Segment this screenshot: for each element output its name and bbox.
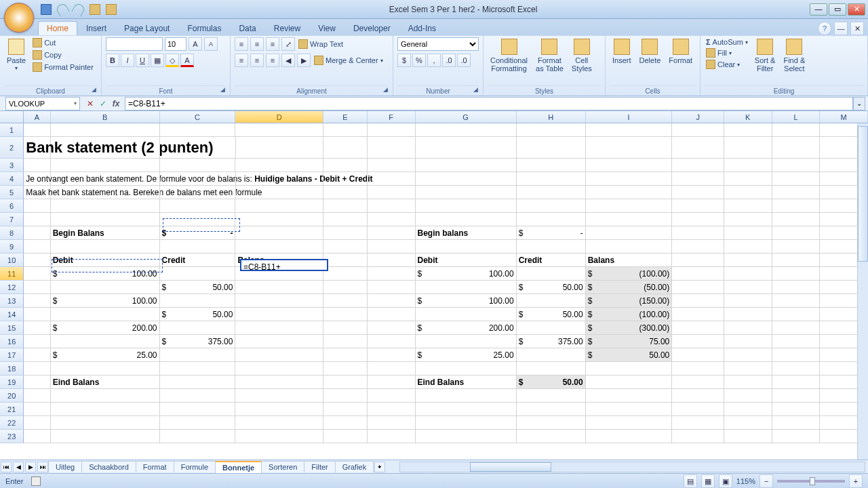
cell-J18[interactable] bbox=[672, 362, 724, 375]
row-header[interactable]: 21 bbox=[0, 403, 24, 416]
cell-L5[interactable] bbox=[772, 186, 821, 199]
cell-B15[interactable]: $200.00 bbox=[51, 321, 160, 335]
cell-I21[interactable] bbox=[586, 403, 673, 416]
cell-H20[interactable] bbox=[517, 389, 586, 403]
cell-B19[interactable]: Eind Balans bbox=[51, 375, 160, 389]
cell-A9[interactable] bbox=[24, 240, 50, 253]
cell-K19[interactable] bbox=[724, 375, 772, 389]
qat-icon[interactable] bbox=[106, 4, 117, 15]
cell-H3[interactable] bbox=[517, 159, 586, 172]
cell-B20[interactable] bbox=[51, 389, 160, 403]
cell-L20[interactable] bbox=[772, 389, 821, 403]
cell-B3[interactable] bbox=[51, 159, 160, 172]
align-center-icon[interactable]: ≡ bbox=[250, 54, 264, 67]
insert-function-icon[interactable]: fx bbox=[110, 98, 122, 110]
undo-icon[interactable] bbox=[55, 2, 70, 17]
row-header[interactable]: 11 bbox=[0, 267, 24, 281]
tab-nav-first-icon[interactable]: ⏮ bbox=[1, 462, 12, 472]
cell-E11[interactable] bbox=[323, 267, 368, 281]
cell-F13[interactable] bbox=[368, 294, 416, 308]
cancel-formula-icon[interactable]: ✕ bbox=[84, 98, 96, 110]
cell-K17[interactable] bbox=[724, 348, 772, 362]
cell-G15[interactable]: $200.00 bbox=[416, 321, 517, 335]
cell-D15[interactable] bbox=[235, 321, 323, 335]
cell-L10[interactable] bbox=[772, 253, 821, 267]
align-right-icon[interactable]: ≡ bbox=[266, 54, 279, 67]
cell-A22[interactable] bbox=[24, 416, 50, 430]
cell-F2[interactable] bbox=[368, 137, 416, 159]
cell-I14[interactable]: $(100.00) bbox=[586, 308, 673, 321]
cell-E6[interactable] bbox=[323, 199, 368, 213]
cell-B1[interactable] bbox=[51, 123, 160, 137]
cell-C11[interactable] bbox=[160, 267, 236, 281]
cell-I22[interactable] bbox=[586, 416, 673, 430]
insert-cells-button[interactable]: Insert bbox=[610, 37, 634, 66]
cell-C16[interactable]: $375.00 bbox=[160, 335, 236, 348]
cell-D7[interactable] bbox=[235, 213, 323, 226]
cell-B9[interactable] bbox=[51, 240, 160, 253]
cell-D3[interactable] bbox=[235, 159, 323, 172]
align-top-icon[interactable]: ≡ bbox=[235, 37, 248, 51]
clear-button[interactable]: Clear▾ bbox=[705, 59, 749, 70]
ribbon-close-icon[interactable]: ✕ bbox=[850, 22, 864, 35]
cell-H21[interactable] bbox=[517, 403, 586, 416]
cell-J2[interactable] bbox=[672, 137, 724, 159]
merge-center-button[interactable]: Merge & Center▾ bbox=[313, 55, 384, 66]
cell-D4[interactable] bbox=[236, 172, 323, 186]
cell-K9[interactable] bbox=[724, 240, 772, 253]
cell-A17[interactable] bbox=[24, 348, 50, 362]
cell-K14[interactable] bbox=[724, 308, 772, 321]
cell-B5[interactable] bbox=[51, 186, 160, 199]
cell-H10[interactable]: Credit bbox=[517, 253, 586, 267]
cell-J5[interactable] bbox=[672, 186, 724, 199]
cell-H4[interactable] bbox=[517, 172, 586, 186]
sheet-tab[interactable]: Uitleg bbox=[48, 461, 82, 472]
cell-G19[interactable]: Eind Balans bbox=[416, 375, 517, 389]
cell-E10[interactable] bbox=[323, 253, 368, 267]
cell-C2[interactable] bbox=[160, 137, 236, 159]
cell-J4[interactable] bbox=[672, 172, 724, 186]
macro-record-icon[interactable] bbox=[31, 476, 41, 486]
cell-G2[interactable] bbox=[416, 137, 517, 159]
cell-K2[interactable] bbox=[724, 137, 772, 159]
cell-L14[interactable] bbox=[772, 308, 821, 321]
cell-J8[interactable] bbox=[672, 226, 724, 240]
tab-page-layout[interactable]: Page Layout bbox=[115, 21, 178, 35]
cell-F1[interactable] bbox=[368, 123, 416, 137]
cell-C1[interactable] bbox=[160, 123, 236, 137]
row-header[interactable]: 8 bbox=[0, 226, 24, 240]
autosum-button[interactable]: ΣAutoSum▾ bbox=[705, 37, 749, 47]
cell-E9[interactable] bbox=[323, 240, 368, 253]
row-header[interactable]: 15 bbox=[0, 321, 24, 335]
cell-E17[interactable] bbox=[323, 348, 368, 362]
cell-F20[interactable] bbox=[368, 389, 416, 403]
cell-C14[interactable]: $50.00 bbox=[160, 308, 236, 321]
cell-K10[interactable] bbox=[724, 253, 772, 267]
cell-K1[interactable] bbox=[724, 123, 772, 137]
cell-D16[interactable] bbox=[235, 335, 323, 348]
cell-A7[interactable] bbox=[24, 213, 50, 226]
cell-C15[interactable] bbox=[160, 321, 236, 335]
inc-decimal-icon[interactable]: .0 bbox=[442, 54, 456, 67]
name-box[interactable]: VLOOKUP▾ bbox=[5, 97, 80, 110]
cell-F23[interactable] bbox=[368, 430, 416, 443]
new-sheet-icon[interactable]: ✦ bbox=[374, 462, 385, 472]
find-select-button[interactable]: Find & Select bbox=[781, 37, 808, 74]
cell-L17[interactable] bbox=[772, 348, 821, 362]
cell-A16[interactable] bbox=[24, 335, 50, 348]
sheet-tab[interactable]: Formule bbox=[174, 461, 216, 472]
cell-F9[interactable] bbox=[368, 240, 416, 253]
cell-K13[interactable] bbox=[724, 294, 772, 308]
cell-K7[interactable] bbox=[724, 213, 772, 226]
row-header[interactable]: 2 bbox=[0, 137, 24, 159]
cell-G3[interactable] bbox=[416, 159, 517, 172]
cell-L3[interactable] bbox=[772, 159, 821, 172]
row-header[interactable]: 4 bbox=[0, 172, 24, 186]
row-header[interactable]: 23 bbox=[0, 430, 24, 443]
cell-E2[interactable] bbox=[323, 137, 368, 159]
qat-icon[interactable] bbox=[90, 4, 100, 15]
cell-G7[interactable] bbox=[416, 213, 517, 226]
cell-A6[interactable] bbox=[24, 199, 50, 213]
cell-I3[interactable] bbox=[586, 159, 673, 172]
cell-D14[interactable] bbox=[235, 308, 323, 321]
